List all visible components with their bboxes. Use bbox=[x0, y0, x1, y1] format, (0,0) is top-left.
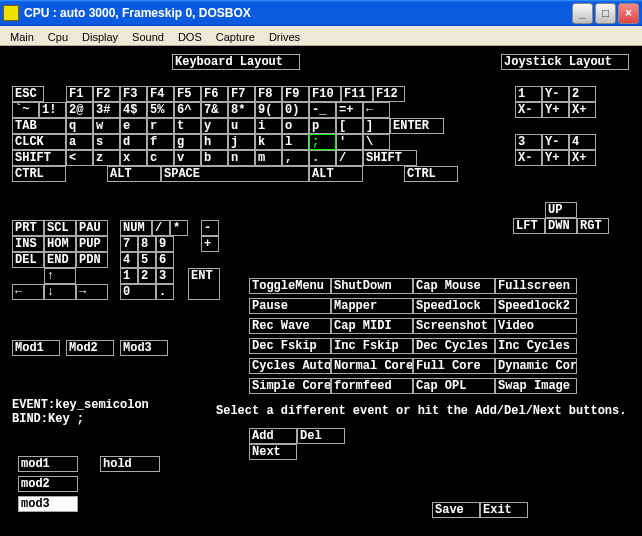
key-period[interactable]: . bbox=[309, 150, 336, 166]
key-lctrl[interactable]: CTRL bbox=[12, 166, 66, 182]
joy2-btn4[interactable]: 4 bbox=[569, 134, 596, 150]
key-del[interactable]: DEL bbox=[12, 252, 44, 268]
key-f8[interactable]: F8 bbox=[255, 86, 282, 102]
action-decfskip[interactable]: Dec Fskip bbox=[249, 338, 331, 354]
key-num[interactable]: NUM bbox=[120, 220, 152, 236]
key-left[interactable]: ← bbox=[12, 284, 44, 300]
key-tab[interactable]: TAB bbox=[12, 118, 66, 134]
menu-sound[interactable]: Sound bbox=[126, 29, 170, 42]
key-np1[interactable]: 1 bbox=[120, 268, 138, 284]
action-capmouse[interactable]: Cap Mouse bbox=[413, 278, 495, 294]
key-down[interactable]: ↓ bbox=[44, 284, 76, 300]
menu-display[interactable]: Display bbox=[76, 29, 124, 42]
action-mapper[interactable]: Mapper bbox=[331, 298, 413, 314]
del-button[interactable]: Del bbox=[297, 428, 345, 444]
key-up[interactable]: ↑ bbox=[44, 268, 76, 284]
key-npdiv[interactable]: / bbox=[152, 220, 170, 236]
menu-cpu[interactable]: Cpu bbox=[42, 29, 74, 42]
joy2-xpos[interactable]: X+ bbox=[569, 150, 596, 166]
action-fullcore[interactable]: Full Core bbox=[413, 358, 495, 374]
key-d[interactable]: d bbox=[120, 134, 147, 150]
key-np8[interactable]: 8 bbox=[138, 236, 156, 252]
key-f3[interactable]: F3 bbox=[120, 86, 147, 102]
key-3[interactable]: 3# bbox=[93, 102, 120, 118]
key-pdn[interactable]: PDN bbox=[76, 252, 108, 268]
mod1-button[interactable]: Mod1 bbox=[12, 340, 60, 356]
key-np7[interactable]: 7 bbox=[120, 236, 138, 252]
key-6[interactable]: 6^ bbox=[174, 102, 201, 118]
key-y[interactable]: y bbox=[201, 118, 228, 134]
bind-mod1[interactable]: mod1 bbox=[18, 456, 78, 472]
key-enter[interactable]: ENTER bbox=[390, 118, 444, 134]
action-fullscreen[interactable]: Fullscreen bbox=[495, 278, 577, 294]
key-h[interactable]: h bbox=[201, 134, 228, 150]
key-esc[interactable]: ESC bbox=[12, 86, 44, 102]
key-q[interactable]: q bbox=[66, 118, 93, 134]
arrow-down[interactable]: DWN bbox=[545, 218, 577, 234]
action-dynamiccore[interactable]: Dynamic Core bbox=[495, 358, 577, 374]
key-l[interactable]: l bbox=[282, 134, 309, 150]
action-video[interactable]: Video bbox=[495, 318, 577, 334]
key-e[interactable]: e bbox=[120, 118, 147, 134]
mod2-button[interactable]: Mod2 bbox=[66, 340, 114, 356]
action-formfeed[interactable]: formfeed bbox=[331, 378, 413, 394]
key-0[interactable]: 0) bbox=[282, 102, 309, 118]
save-button[interactable]: Save bbox=[432, 502, 480, 518]
key-v[interactable]: v bbox=[174, 150, 201, 166]
key-equal[interactable]: =+ bbox=[336, 102, 363, 118]
joy1-xneg[interactable]: X- bbox=[515, 102, 542, 118]
key-np3[interactable]: 3 bbox=[156, 268, 174, 284]
menu-dos[interactable]: DOS bbox=[172, 29, 208, 42]
key-pup[interactable]: PUP bbox=[76, 236, 108, 252]
key-f1[interactable]: F1 bbox=[66, 86, 93, 102]
key-f[interactable]: f bbox=[147, 134, 174, 150]
key-np4[interactable]: 4 bbox=[120, 252, 138, 268]
key-rbracket[interactable]: ] bbox=[363, 118, 390, 134]
action-incfskip[interactable]: Inc Fskip bbox=[331, 338, 413, 354]
key-np2[interactable]: 2 bbox=[138, 268, 156, 284]
key-ralt[interactable]: ALT bbox=[309, 166, 363, 182]
key-lshift[interactable]: SHIFT bbox=[12, 150, 66, 166]
arrow-up[interactable]: UP bbox=[545, 202, 577, 218]
key-f7[interactable]: F7 bbox=[228, 86, 255, 102]
key-f10[interactable]: F10 bbox=[309, 86, 341, 102]
key-np0[interactable]: 0 bbox=[120, 284, 156, 300]
action-speedlock2[interactable]: Speedlock2 bbox=[495, 298, 577, 314]
joy2-yneg[interactable]: Y- bbox=[542, 134, 569, 150]
key-4[interactable]: 4$ bbox=[120, 102, 147, 118]
key-o[interactable]: o bbox=[282, 118, 309, 134]
minimize-button[interactable]: _ bbox=[572, 3, 593, 24]
key-minus[interactable]: -_ bbox=[309, 102, 336, 118]
key-f12[interactable]: F12 bbox=[373, 86, 405, 102]
menu-drives[interactable]: Drives bbox=[263, 29, 306, 42]
key-np5[interactable]: 5 bbox=[138, 252, 156, 268]
arrow-right[interactable]: RGT bbox=[577, 218, 609, 234]
add-button[interactable]: Add bbox=[249, 428, 297, 444]
key-npadd[interactable]: + bbox=[201, 236, 219, 252]
key-s[interactable]: s bbox=[93, 134, 120, 150]
key-g[interactable]: g bbox=[174, 134, 201, 150]
key-backslash[interactable]: \ bbox=[363, 134, 390, 150]
key-n[interactable]: n bbox=[228, 150, 255, 166]
close-button[interactable]: × bbox=[618, 3, 639, 24]
key-quote[interactable]: ' bbox=[336, 134, 363, 150]
mod3-button[interactable]: Mod3 bbox=[120, 340, 168, 356]
joy2-xneg[interactable]: X- bbox=[515, 150, 542, 166]
key-a[interactable]: a bbox=[66, 134, 93, 150]
bind-hold[interactable]: hold bbox=[100, 456, 160, 472]
next-button[interactable]: Next bbox=[249, 444, 297, 460]
bind-mod3[interactable]: mod3 bbox=[18, 496, 78, 512]
key-npmul[interactable]: * bbox=[170, 220, 188, 236]
joy1-btn1[interactable]: 1 bbox=[515, 86, 542, 102]
joy1-xpos[interactable]: X+ bbox=[569, 102, 596, 118]
action-pause[interactable]: Pause bbox=[249, 298, 331, 314]
action-capopl[interactable]: Cap OPL bbox=[413, 378, 495, 394]
key-b[interactable]: b bbox=[201, 150, 228, 166]
key-backspace[interactable]: ← bbox=[363, 102, 390, 118]
key-npsub[interactable]: - bbox=[201, 220, 219, 236]
key-z[interactable]: z bbox=[93, 150, 120, 166]
action-speedlock[interactable]: Speedlock bbox=[413, 298, 495, 314]
key-r[interactable]: r bbox=[147, 118, 174, 134]
key-x[interactable]: x bbox=[120, 150, 147, 166]
key-rshift[interactable]: SHIFT bbox=[363, 150, 417, 166]
